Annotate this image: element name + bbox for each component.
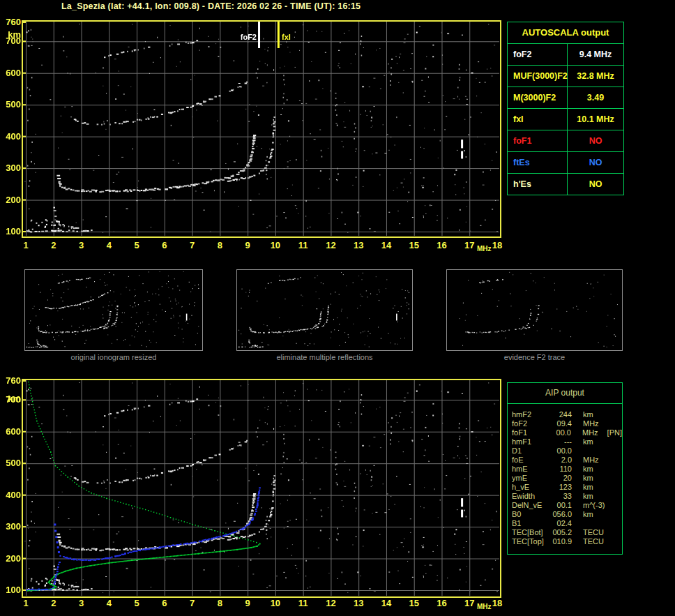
- autoscala-table-header: AUTOSCALA output: [508, 22, 623, 44]
- aip-row: foF100.0MHz[PN]: [508, 428, 622, 437]
- freq-tick-label: 14: [376, 240, 397, 250]
- autoscala-param-label: ftEs: [508, 152, 568, 173]
- fxi-marker-label: fxI: [282, 33, 291, 41]
- autoscala-row: foF29.4 MHz: [508, 44, 623, 66]
- autoscala-param-value: 32.8 MHz: [568, 66, 623, 87]
- aip-param-label: Ewidth: [508, 492, 551, 501]
- freq-tick-label: 6: [154, 598, 175, 608]
- autoscala-param-label: h'Es: [508, 174, 568, 195]
- aip-param-value: 110: [551, 465, 572, 474]
- aip-output-table: AIP output hmF2244kmfoF209.4MHzfoF100.0M…: [507, 382, 623, 555]
- freq-tick-label: 12: [320, 240, 341, 250]
- aip-param-unit: MHz: [583, 456, 607, 465]
- alt-tick-label: 760: [1, 17, 21, 27]
- alt-tick-label: 100: [1, 585, 21, 595]
- alt-tick-label: 200: [1, 554, 21, 564]
- autoscala-param-value: 10.1 MHz: [568, 109, 623, 130]
- autoscala-param-value: NO: [568, 152, 623, 173]
- aip-param-label: hmF2: [508, 410, 551, 419]
- aip-param-label: foF2: [508, 419, 551, 428]
- aip-row: hmF2244km: [508, 410, 622, 419]
- autoscala-param-label: M(3000)F2: [508, 87, 568, 108]
- aip-param-value: 056.0: [551, 510, 572, 519]
- aip-param-value: ---: [551, 437, 572, 446]
- aip-param-label: DelN_vE: [508, 501, 551, 510]
- alt-tick-label: 100: [1, 227, 21, 236]
- aip-param-unit: [583, 519, 607, 528]
- autoscala-row: M(3000)F23.49: [508, 87, 623, 109]
- freq-unit-label: MHz: [477, 245, 492, 253]
- freq-tick-label: 4: [98, 240, 119, 250]
- freq-tick-label: 2: [43, 598, 64, 608]
- aip-row: TEC[Bot]005.2TECU: [508, 528, 622, 537]
- aip-param-value: 00.0: [551, 446, 572, 456]
- freq-tick-label: 16: [431, 240, 452, 250]
- aip-param-unit: km: [583, 483, 607, 492]
- aip-param-label: foE: [508, 456, 551, 465]
- aip-param-label: TEC[Top]: [508, 537, 551, 546]
- freq-tick-label: 8: [209, 240, 230, 250]
- freq-tick-label: 15: [404, 598, 425, 608]
- alt-tick-label: 500: [1, 100, 21, 110]
- top-ionogram-canvas: [22, 20, 501, 238]
- freq-tick-label: 11: [293, 598, 314, 608]
- aip-param-unit: km: [583, 437, 607, 446]
- aip-param-extra: [PN]: [607, 428, 622, 437]
- thumbnail-caption-original: original ionogram resized: [24, 353, 203, 361]
- aip-param-label: h_vE: [508, 483, 551, 492]
- thumbnail-evidence-f2: [446, 269, 623, 351]
- freq-tick-label: 8: [209, 598, 230, 608]
- thumbnail-original-canvas: [25, 270, 201, 349]
- freq-tick-label: 5: [126, 598, 147, 608]
- aip-row: hmF1---km: [508, 437, 622, 446]
- aip-param-label: B1: [508, 519, 551, 528]
- fof2-marker-label: foF2: [236, 33, 257, 41]
- freq-tick-label: 6: [154, 240, 175, 250]
- freq-tick-label: 10: [265, 598, 286, 608]
- aip-param-label: foF1: [508, 428, 550, 437]
- aip-row: hmE110km: [508, 465, 622, 474]
- autoscala-row: foF1NO: [508, 130, 623, 152]
- ionogram-app: La_Spezia (lat: +44.1, lon: 009.8) - DAT…: [0, 0, 675, 616]
- aip-param-value: 244: [551, 410, 572, 419]
- aip-row: ymE20km: [508, 474, 622, 483]
- alt-tick-label: 760: [1, 376, 21, 386]
- thumbnail-original-ionogram: [24, 269, 203, 351]
- aip-param-unit: km: [583, 510, 607, 519]
- alt-tick-label: 400: [1, 132, 21, 142]
- aip-param-unit: TECU: [583, 537, 607, 546]
- aip-row: B102.4: [508, 519, 622, 528]
- thumbnail-eliminate-canvas: [237, 270, 411, 349]
- autoscala-output-table: AUTOSCALA output foF29.4 MHzMUF(3000)F23…: [507, 22, 624, 195]
- aip-param-label: hmE: [508, 465, 551, 474]
- aip-param-unit: MHz: [583, 419, 607, 428]
- aip-param-label: B0: [508, 510, 551, 519]
- alt-tick-label: 600: [1, 68, 21, 78]
- aip-param-label: ymE: [508, 474, 551, 483]
- freq-tick-label: 13: [348, 598, 369, 608]
- aip-row: Ewidth33km: [508, 492, 622, 501]
- autoscala-row: fxI10.1 MHz: [508, 109, 623, 130]
- thumbnail-caption-evidence: evidence F2 trace: [446, 353, 623, 361]
- aip-param-value: 2.0: [551, 456, 572, 465]
- aip-param-value: 09.4: [551, 419, 572, 428]
- aip-param-unit: m^(-3): [583, 501, 607, 510]
- aip-param-unit: km: [583, 474, 607, 483]
- aip-param-unit: km: [583, 465, 607, 474]
- freq-tick-label: 3: [71, 598, 92, 608]
- freq-tick-label: 13: [348, 240, 369, 250]
- freq-tick-label: 11: [293, 240, 314, 250]
- alt-tick-label: 600: [1, 427, 21, 437]
- autoscala-param-label: foF1: [508, 130, 568, 151]
- autoscala-param-value: NO: [568, 130, 623, 151]
- station-date-title: La_Spezia (lat: +44.1, lon: 009.8) - DAT…: [61, 1, 361, 11]
- alt-tick-label: 300: [1, 522, 21, 532]
- aip-row: D100.0: [508, 446, 622, 456]
- aip-param-value: 33: [551, 492, 572, 501]
- autoscala-param-label: foF2: [508, 44, 568, 65]
- autoscala-row: ftEsNO: [508, 152, 623, 174]
- alt-tick-label: 400: [1, 490, 21, 500]
- aip-row: TEC[Top]010.9TECU: [508, 537, 622, 546]
- alt-tick-label: 500: [1, 458, 21, 468]
- thumbnail-caption-eliminate: eliminate multiple reflections: [236, 353, 413, 361]
